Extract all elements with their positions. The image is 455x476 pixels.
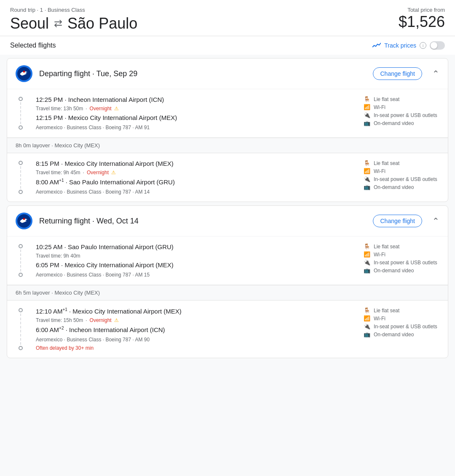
departing-seg2-amenities: 🪑 Lie flat seat 📶 Wi-Fi 🔌 In-seat power … (355, 160, 439, 192)
page-header: Round trip · 1 · Business Class Seoul ⇄ … (0, 0, 455, 36)
departing-change-flight-button[interactable]: Change flight (373, 67, 422, 80)
ret-amenity2-video: 📺 On-demand video (364, 331, 439, 338)
returning-seg2-left: 12:10 AM+1 · Mexico City International A… (16, 307, 355, 351)
departing-airline-logo (16, 65, 32, 82)
ret-seg1-to-airport: Mexico City International Airport (MEX) (64, 261, 173, 269)
ret-seg1-travel-time: Travel time: 9h 40m (36, 253, 80, 259)
ret-video1-icon: 📺 (364, 267, 370, 274)
returning-seg1-left: 10:25 AM · Sao Paulo International Airpo… (16, 243, 355, 278)
ret-seg2-to-airport: Incheon International Airport (ICN) (69, 326, 165, 333)
amenity2-lie-flat: 🪑 Lie flat seat (364, 160, 439, 166)
power2-label: In-seat power & USB outlets (374, 176, 437, 182)
ret-seg1-travel-time-row: Travel time: 9h 40m (36, 253, 355, 259)
track-prices-label: Track prices (384, 42, 416, 49)
ret-amenity1-power: 🔌 In-seat power & USB outlets (364, 259, 439, 266)
seg2-dash (20, 166, 21, 189)
departing-collapse-icon[interactable]: ⌃ (432, 69, 439, 79)
seg1-start-dot (19, 97, 23, 101)
ret-seg2-dot: · (86, 317, 87, 323)
returning-seg1-timeline (16, 243, 26, 278)
dep-seg1-travel-time-row: Travel time: 13h 50m · Overnight ⚠ (36, 106, 355, 112)
returning-change-flight-button[interactable]: Change flight (373, 215, 422, 227)
power-icon: 🔌 (364, 112, 370, 118)
amenity-video: 📺 On-demand video (364, 120, 439, 126)
wifi-icon: 📶 (364, 104, 370, 110)
departing-flight-header: Departing flight · Tue, Sep 29 Change fl… (7, 59, 448, 89)
ret-lie-flat2-label: Lie flat seat (374, 308, 399, 314)
returning-seg2-amenities: 🪑 Lie flat seat 📶 Wi-Fi 🔌 In-seat power … (355, 307, 439, 339)
returning-segment-2: 12:10 AM+1 · Mexico City International A… (7, 300, 448, 358)
selected-flights-bar: Selected flights Track prices i (0, 36, 455, 55)
dep-seg1-from-time: 12:25 PM (36, 96, 63, 103)
ret-seg1-sep1: · (64, 243, 68, 250)
ret-seg2-end-dot (19, 346, 23, 350)
power-label: In-seat power & USB outlets (374, 112, 437, 118)
trip-meta-text: Round trip · 1 · Business Class (10, 7, 85, 13)
dep-seg1-travel-time: Travel time: 13h 50m (36, 106, 83, 112)
departing-seg2-to: 8:00 AM+1 · Sao Paulo International Airp… (36, 178, 355, 186)
dep-seg1-warning-icon: ⚠ (114, 106, 119, 112)
ret-seg2-airline-meta: Aeromexico · Business Class · Boeing 787… (36, 337, 355, 343)
dep-seg2-to-sup: +1 (59, 178, 64, 183)
ret-seg1-from-airport: Sao Paulo International Airport (GRU) (68, 243, 174, 250)
returning-seg2-info: 12:10 AM+1 · Mexico City International A… (16, 307, 439, 351)
wifi2-label: Wi-Fi (374, 168, 385, 174)
dep-seg1-from-airport: Incheon International Airport (ICN) (68, 96, 164, 103)
dep-seg2-dot: · (83, 170, 84, 176)
ret-amenity2-lie-flat: 🪑 Lie flat seat (364, 307, 439, 314)
power2-icon: 🔌 (364, 176, 370, 182)
dep-seg1-airline-meta: Aeromexico · Business Class · Boeing 787… (36, 125, 355, 130)
dep-seg2-from-airport: Mexico City International Airport (MEX) (64, 160, 173, 167)
returning-segment-1: 10:25 AM · Sao Paulo International Airpo… (7, 237, 448, 285)
ret-video2-label: On-demand video (374, 332, 414, 338)
returning-title-text: Returning flight (39, 217, 90, 225)
dep-seg2-airline-meta: Aeromexico · Business Class · Boeing 787… (36, 189, 355, 195)
ret-seg2-travel-time-row: Travel time: 15h 50m · Overnight ⚠ (36, 317, 355, 323)
ret-seg2-from-time: 12:10 AM (36, 308, 62, 315)
ret-power1-icon: 🔌 (364, 259, 370, 266)
amenity-wifi: 📶 Wi-Fi (364, 104, 439, 110)
returning-airline-logo (16, 213, 32, 229)
arrow-icon: ⇄ (54, 18, 62, 29)
track-prices-info-icon[interactable]: i (420, 42, 426, 49)
ret-amenity1-lie-flat: 🪑 Lie flat seat (364, 243, 439, 250)
ret-seg1-aircraft: Boeing 787 (105, 272, 131, 278)
dep-seg2-to-time: 8:00 AM (36, 178, 59, 186)
track-prices-toggle[interactable] (430, 41, 445, 50)
dep-seg2-to-airport: Sao Paulo International Airport (GRU) (69, 178, 175, 186)
ret-power2-icon: 🔌 (364, 323, 370, 330)
departing-seg2-timeline (16, 160, 26, 195)
ret-seg1-end-dot (19, 273, 23, 277)
ret-seg2-start-dot (19, 308, 23, 312)
returning-layover: 6h 5m layover · Mexico City (MEX) (7, 285, 448, 300)
dep-seg1-dot: · (86, 106, 87, 112)
returning-seg2-to: 6:00 AM+2 · Incheon International Airpor… (36, 326, 355, 333)
price-section: Total price from $1,526 (399, 7, 445, 31)
amenity2-wifi: 📶 Wi-Fi (364, 168, 439, 174)
departing-seg2-info: 8:15 PM · Mexico City International Airp… (16, 160, 439, 195)
svg-point-1 (23, 71, 25, 73)
returning-seg1-to: 6:05 PM · Mexico City International Airp… (36, 261, 355, 269)
ret-video1-label: On-demand video (374, 268, 414, 274)
departing-seg1-info: 12:25 PM · Incheon International Airport… (16, 96, 439, 130)
ret-wifi2-icon: 📶 (364, 315, 370, 322)
dep-seg2-warning-icon: ⚠ (111, 170, 116, 176)
ret-wifi1-icon: 📶 (364, 251, 370, 258)
ret-seg2-to-sup: +2 (59, 326, 64, 330)
trip-info: Round trip · 1 · Business Class Seoul ⇄ … (10, 7, 137, 32)
dep-seg1-sep2: · (64, 114, 68, 121)
returning-collapse-icon[interactable]: ⌃ (432, 216, 439, 226)
dep-seg1-overnight: Overnight (90, 106, 112, 112)
amenity-lie-flat: 🪑 Lie flat seat (364, 96, 439, 102)
departing-segment-1: 12:25 PM · Incheon International Airport… (7, 89, 448, 138)
ret-seg2-from-sup: +1 (62, 307, 67, 312)
dep-seg2-airline: Aeromexico (36, 189, 62, 195)
departing-seg1-timeline (16, 96, 26, 130)
dep-seg2-travel-time: Travel time: 9h 45m (36, 170, 80, 176)
ret-seg2-delay-warning: Often delayed by 30+ min (36, 345, 355, 351)
returning-date-text: Wed, Oct 14 (96, 217, 139, 225)
departing-seg2-left: 8:15 PM · Mexico City International Airp… (16, 160, 355, 195)
ret-seg2-warning-icon: ⚠ (114, 317, 119, 323)
track-prices-link[interactable]: Track prices (384, 42, 416, 49)
returning-seg1-info: 10:25 AM · Sao Paulo International Airpo… (16, 243, 439, 278)
